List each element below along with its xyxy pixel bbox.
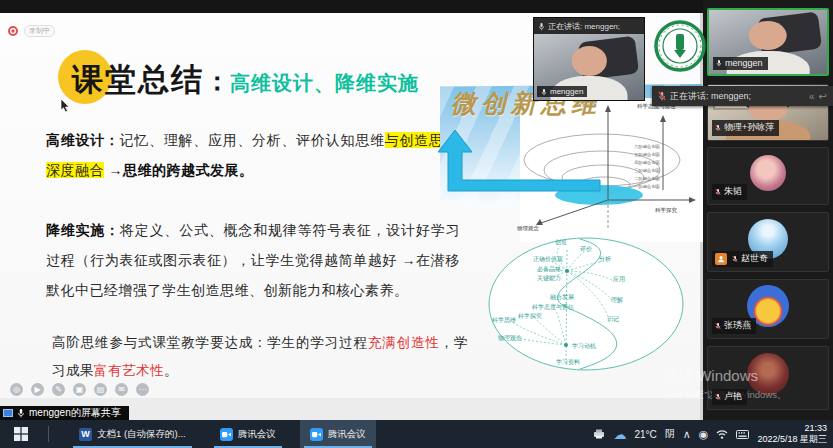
paragraph-goal: 高阶思维参与式课堂教学要达成：学生的学习过程充满创造性，学习成果富有艺术性。 <box>52 329 468 385</box>
play-icon[interactable]: ▶ <box>31 383 44 396</box>
chevron-up-icon[interactable]: ∧ <box>683 428 691 441</box>
slide-title: 课堂总结：高维设计、降维实施 <box>72 59 419 101</box>
presenter-toolbar: ◎ ▶ ✎ ▣ ▤ ✉ ⋯ <box>10 383 149 396</box>
mic-icon <box>17 408 25 418</box>
wheel-label-concepts: 物理观念 <box>498 334 522 342</box>
participant-name: 张琇燕 <box>724 319 751 332</box>
taskbar-item-meeting-1[interactable]: 腾讯会议 <box>210 420 286 448</box>
wheel-label-analyze: 分析 <box>599 256 611 262</box>
participant-tile-zhangxiuyan[interactable]: 张琇燕 <box>707 279 829 339</box>
slide-top-letterbox <box>0 0 703 13</box>
collapse-back-icon[interactable]: « <box>809 91 815 102</box>
wheel-label-understand: 理解 <box>610 297 623 304</box>
slide-title-colon: ： <box>204 66 230 96</box>
mic-muted-icon <box>732 255 738 263</box>
participant-tile-zhutao[interactable]: 朱韬 <box>707 147 829 205</box>
avatar <box>750 155 786 191</box>
cone-level-3: 三阶融合创新 <box>634 168 660 173</box>
cone-level-4: 四阶融合创新 <box>634 160 660 165</box>
tray-weather-desc[interactable]: 阴 <box>665 427 675 441</box>
floating-name-chip: menggen <box>537 86 587 97</box>
speaking-toast: 正在讲话: menggen; « ↩ <box>652 86 833 106</box>
windows-logo-icon <box>14 427 28 441</box>
tray-temperature[interactable]: 21°C <box>634 429 656 440</box>
wheel-label-values: 正确价值观 <box>533 256 563 263</box>
floating-speaker-window[interactable]: 正在讲话: menggen; menggen <box>533 17 645 101</box>
cone-level-5: 五阶融合创新 <box>634 152 660 157</box>
keyboard-icon[interactable] <box>736 430 749 439</box>
mic-icon <box>716 59 722 67</box>
camera-icon[interactable]: ▤ <box>94 383 107 396</box>
printer-icon[interactable] <box>593 429 605 439</box>
participant-tile-zhaoshiqi[interactable]: 赵世奇 <box>707 212 829 272</box>
paragraph-high-dimension: 高维设计：记忆、理解、应用、分析、评价认知思维与创造思维深度融合 →思维的跨越式… <box>46 125 458 185</box>
participant-name: 物理+孙咏萍 <box>724 121 774 134</box>
wheel-label-ability: 关键能力 <box>537 274 561 282</box>
taskbar-clock[interactable]: 21:33 2022/5/18 星期三 <box>757 423 827 445</box>
wheel-label-thinking: 科学思维 <box>492 316 516 323</box>
participant-name-chip: 卢艳 <box>712 389 747 405</box>
frame-icon[interactable]: ▣ <box>73 383 86 396</box>
participant-tile-luyan[interactable]: 卢艳 <box>707 346 829 410</box>
cone-level-6: 六阶融合创新 <box>634 144 660 149</box>
taskbar-divider <box>48 426 49 442</box>
windows-taskbar: W 文档1 (自动保存的)... 腾讯会议 腾讯会议 ☁ 21°C 阴 <box>0 420 833 448</box>
start-button[interactable] <box>0 420 42 448</box>
participant-tile-menggen[interactable]: menggen <box>707 8 829 76</box>
wheel-label-fusion: 融合发展 <box>550 293 574 301</box>
wheel-label-create: 创造 <box>555 239 567 245</box>
taskbar-item-label: 腾讯会议 <box>328 428 366 441</box>
p3-red2: 富有艺术性 <box>94 363 164 378</box>
reply-arrow-icon[interactable]: ↩ <box>819 91 827 102</box>
message-icon[interactable]: ✉ <box>115 383 128 396</box>
taskbar-item-label: 腾讯会议 <box>238 428 276 441</box>
mouse-cursor-icon <box>60 99 70 113</box>
share-banner-text: menggen的屏幕共享 <box>29 406 121 420</box>
cone-level-2: 二阶融合创新 <box>634 176 660 181</box>
screen-share-banner: menggen的屏幕共享 <box>0 406 129 420</box>
record-circle-icon[interactable]: ◉ <box>699 428 709 441</box>
laser-pointer-icon[interactable]: ◎ <box>10 383 23 396</box>
wheel-diagram: 创造 评价 分析 应用 理解 识记 正确价值观 必备品格 关键能力 融合发展 科… <box>480 230 692 380</box>
participant-name-chip: 张琇燕 <box>712 318 756 334</box>
mic-muted-icon <box>658 91 666 101</box>
taskbar-item-word[interactable]: W 文档1 (自动保存的)... <box>69 420 196 448</box>
participant-name-chip: 朱韬 <box>712 184 747 200</box>
floating-name-text: menggen <box>550 87 583 96</box>
wheel-label-evaluate: 评价 <box>580 246 592 252</box>
wifi-icon[interactable] <box>716 429 728 439</box>
participant-name: 赵世奇 <box>741 252 768 265</box>
taskbar-item-meeting-2[interactable]: 腾讯会议 <box>300 420 376 448</box>
record-dot-icon <box>8 26 18 36</box>
paragraph-low-dimension: 降维实施：将定义、公式、概念和规律等符号表征，设计好学习过程（行为表征或图示表征… <box>46 215 460 305</box>
mic-icon <box>541 88 547 96</box>
participant-name-chip: 物理+孙咏萍 <box>712 120 779 136</box>
pen-icon[interactable]: ✎ <box>52 383 65 396</box>
recording-indicator: 录制中 <box>8 25 55 37</box>
wheel-label-apply: 应用 <box>613 275 625 283</box>
cone-level-1: 一阶融合创新 <box>634 184 660 189</box>
desktop-screen: 录制中 课堂总结：高维设计、降维实施 高维设计：记忆、理解、应用、分析、评价认知… <box>0 0 833 448</box>
clock-time: 21:33 <box>757 423 827 434</box>
share-window-icon <box>3 409 13 417</box>
participant-name-chip: menggen <box>713 57 768 70</box>
taskbar-item-label: 文档1 (自动保存的)... <box>97 428 186 441</box>
cyan-axis-arrow <box>438 130 608 200</box>
wheel-label-materials: 学习资料 <box>556 359 580 365</box>
speaking-toast-text: 正在讲话: menggen; <box>670 90 805 103</box>
floating-window-header[interactable]: 正在讲话: menggen; <box>534 18 644 34</box>
clock-date: 2022/5/18 星期三 <box>757 434 827 445</box>
mic-muted-icon <box>715 393 721 401</box>
more-icon[interactable]: ⋯ <box>136 383 149 396</box>
p1-tail: →思维的跨越式发展。 <box>104 162 253 178</box>
wheel-label-character: 必备品格 <box>537 265 561 273</box>
p1-lead: 高维设计： <box>46 132 120 148</box>
participant-name: 卢艳 <box>724 390 742 403</box>
mic-muted-icon <box>715 322 721 330</box>
school-logo-icon <box>654 20 706 72</box>
weather-cloud-icon[interactable]: ☁ <box>613 427 626 442</box>
p2-lead: 降维实施： <box>46 222 120 238</box>
slide-title-sub: 高维设计、降维实施 <box>230 72 419 94</box>
participant-name-chip: 赵世奇 <box>712 251 773 267</box>
tencent-meeting-icon <box>220 428 233 441</box>
